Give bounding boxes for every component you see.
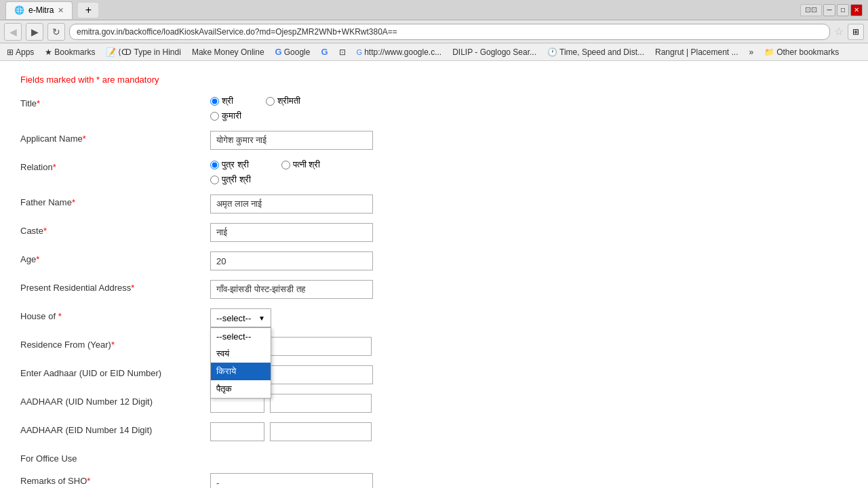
relation-putri[interactable]: पुत्री श्री (210, 174, 251, 185)
residence-from-field (210, 337, 658, 356)
back-button[interactable]: ◀ (4, 23, 22, 41)
bookmark-type-hindi[interactable]: 📝 ⟨ↀ Type in Hindi (103, 46, 184, 58)
residence-input-group (210, 337, 658, 356)
relation-radio-group: पुत्र श्री पत्नी श्री (210, 159, 658, 170)
caste-row: Caste* (20, 223, 658, 242)
bookmark-apps[interactable]: ⊞ Apps (4, 46, 37, 58)
title-shri[interactable]: श्री (210, 96, 233, 106)
remarks-input[interactable] (210, 473, 373, 488)
bookmark-misc1[interactable]: ⊡ (336, 46, 349, 58)
forward-button[interactable]: ▶ (26, 23, 43, 41)
close-button[interactable]: ✕ (850, 4, 863, 16)
bookmark-more[interactable]: » (747, 46, 757, 58)
relation-putri-group: पुत्री श्री (210, 174, 658, 185)
tab-favicon: 🌐 (14, 5, 24, 15)
bookmark-star[interactable]: ☆ (834, 25, 844, 38)
dropdown-item-select[interactable]: --select-- (211, 328, 271, 345)
house-of-field: --select-- ▼ --select-- स्वयं किराये पैत… (210, 308, 658, 327)
applicant-name-input[interactable] (210, 131, 373, 150)
house-of-row: House of * --select-- ▼ --select-- स्वयं… (20, 308, 658, 327)
google3-icon: G (357, 48, 363, 56)
aadhaar-12-input2[interactable] (270, 394, 372, 413)
house-of-select-button[interactable]: --select-- ▼ (210, 308, 271, 327)
dropdown-item-paitrik[interactable]: पैतृक (211, 380, 271, 398)
chevron-down-icon: ▼ (258, 314, 265, 322)
relation-field: पुत्र श्री पत्नी श्री पुत्री श्री (210, 159, 658, 185)
aadhaar-12-inputs (210, 394, 658, 413)
office-use-row: For Office Use (20, 451, 658, 464)
dropdown-item-kiraye[interactable]: किराये (211, 363, 271, 380)
folder-icon: 📁 (764, 47, 774, 57)
relation-putr[interactable]: पुत्र श्री (210, 159, 249, 170)
page-content: Fields marked with * are mandatory Title… (0, 61, 868, 488)
mandatory-star: * (96, 75, 100, 85)
clock-icon: 🕐 (547, 47, 557, 57)
applicant-name-field (210, 131, 658, 150)
relation-row: Relation* पुत्र श्री पत्नी श्री पुत्री (20, 159, 658, 185)
bookmark-make-money[interactable]: Make Money Online (189, 46, 267, 58)
house-of-dropdown-menu: --select-- स्वयं किराये पैतृक (210, 327, 271, 399)
caste-input[interactable] (210, 223, 373, 242)
new-tab-button[interactable]: + (78, 3, 98, 18)
aadhaar-uid-label: Enter Aadhaar (UID or EID Number) (20, 365, 210, 378)
aadhaar-14-inputs (210, 422, 658, 441)
browser-tab[interactable]: 🌐 e-Mitra ✕ (5, 1, 73, 19)
address-input[interactable] (210, 280, 373, 299)
aadhaar-12-field (210, 394, 658, 413)
title-kumari[interactable]: कुमारी (210, 110, 241, 121)
minimize-button[interactable]: ─ (823, 4, 835, 16)
aadhaar-14-input1[interactable] (210, 422, 264, 441)
mandatory-note: Fields marked with * are mandatory (20, 75, 658, 85)
bookmarks-bar: ⊞ Apps ★ Bookmarks 📝 ⟨ↀ Type in Hindi Ma… (0, 43, 868, 61)
relation-patni[interactable]: पत्नी श्री (281, 159, 321, 170)
dropdown-item-swayam[interactable]: स्वयं (211, 345, 271, 363)
star-icon: ★ (45, 47, 52, 57)
house-of-select-value: --select-- (216, 313, 251, 323)
title-bar: 🌐 e-Mitra ✕ + ⊡⊡ ─ □ ✕ (0, 0, 868, 20)
bookmark-google3[interactable]: G http://www.google.c... (354, 46, 445, 58)
father-name-field (210, 195, 658, 214)
aadhaar-uid-row: Enter Aadhaar (UID or EID Number) (20, 365, 658, 384)
caste-label: Caste* (20, 223, 210, 236)
aadhaar-14-label: AADHAAR (EID Number 14 Digit) (20, 422, 210, 435)
remarks-row: Remarks of SHO* (20, 473, 658, 488)
address-label: Present Residential Address* (20, 280, 210, 293)
father-name-input[interactable] (210, 195, 373, 214)
extensions-button[interactable]: ⊞ (848, 24, 864, 40)
office-use-label: For Office Use (20, 451, 210, 464)
maximize-button[interactable]: □ (837, 4, 849, 16)
residence-from-label: Residence From (Year)* (20, 337, 210, 350)
aadhaar-14-input2[interactable] (270, 422, 372, 441)
bookmark-rangrut[interactable]: Rangrut | Placement ... (652, 46, 741, 58)
house-of-label: House of * (20, 308, 210, 321)
address-bar[interactable] (69, 24, 830, 40)
window-controls: ⊡⊡ ─ □ ✕ (800, 4, 863, 16)
residence-from-input2[interactable] (270, 337, 372, 356)
relation-label: Relation* (20, 159, 210, 172)
remarks-field (210, 473, 658, 488)
refresh-button[interactable]: ↻ (47, 23, 65, 41)
residence-from-row: Residence From (Year)* (20, 337, 658, 356)
tab-title: e-Mitra (28, 5, 54, 15)
house-of-dropdown-container: --select-- ▼ --select-- स्वयं किराये पैत… (210, 308, 271, 327)
age-input[interactable] (210, 251, 373, 270)
title-label: Title* (20, 96, 210, 108)
father-name-label: Father Name* (20, 195, 210, 207)
caste-field (210, 223, 658, 242)
apps-icon: ⊞ (7, 47, 14, 57)
bookmark-time[interactable]: 🕐 Time, Speed and Dist... (545, 46, 647, 58)
aadhaar-14-row: AADHAAR (EID Number 14 Digit) (20, 422, 658, 441)
window-extra-controls[interactable]: ⊡⊡ (800, 4, 822, 16)
google-icon: G (275, 47, 282, 57)
title-kumari-group: कुमारी (210, 110, 658, 121)
aadhaar-12-label: AADHAAR (UID Number 12 Digit) (20, 394, 210, 407)
bookmark-dilip[interactable]: DILIP - Goglogo Sear... (450, 46, 539, 58)
bookmark-google2[interactable]: G (318, 45, 330, 58)
address-field (210, 280, 658, 299)
bookmark-google[interactable]: G Google (273, 45, 313, 58)
tab-close-button[interactable]: ✕ (58, 6, 64, 15)
bookmark-bookmarks[interactable]: ★ Bookmarks (42, 46, 98, 58)
title-shrimati[interactable]: श्रीमती (266, 96, 300, 106)
bookmark-other[interactable]: 📁 Other bookmarks (762, 46, 842, 58)
title-field: श्री श्रीमती कुमारी (210, 96, 658, 121)
